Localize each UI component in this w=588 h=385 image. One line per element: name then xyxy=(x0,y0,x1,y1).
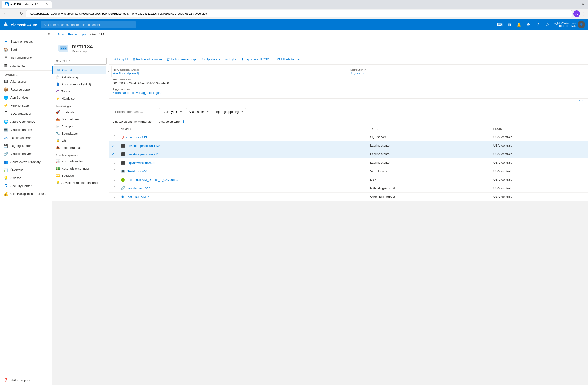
left-panel-item-quickstart[interactable]: 🚀 Snabbstart xyxy=(52,109,108,116)
export-csv-button[interactable]: ⬇ Exportera till CSV xyxy=(239,57,271,62)
window-minimize-button[interactable]: ─ xyxy=(563,1,569,8)
left-panel-search-input[interactable] xyxy=(54,58,107,64)
row-name-link[interactable]: Test-Linux-VM xyxy=(127,170,147,173)
row-checkbox[interactable] xyxy=(112,195,115,198)
row-name-link[interactable]: Test-Linux-VM_OsDisk_1_02f7aabf... xyxy=(127,178,178,182)
sidebar-item-dashboard[interactable]: ⊞ Instrumentpanel xyxy=(0,53,52,61)
sidebar-item-advisor[interactable]: 💡 Advisor xyxy=(0,174,52,182)
filter-grouping-select[interactable]: Ingen gruppering xyxy=(213,108,246,115)
left-panel-item-deployments[interactable]: 📤 Distributioner xyxy=(52,116,108,123)
sidebar-item-cosmos[interactable]: 🌐 Azure Cosmos DB xyxy=(0,118,52,125)
left-panel-item-export-template[interactable]: 📥 Exportera mall xyxy=(52,144,108,151)
sidebar-item-cost-management[interactable]: 💰 Cost Management + faktur... xyxy=(0,190,52,198)
sidebar-item-load-balancer[interactable]: ⚖ Lastbalanserare xyxy=(0,134,52,142)
cloud-shell-icon[interactable]: ⌨ xyxy=(496,21,504,28)
table-select-all-checkbox[interactable] xyxy=(112,127,115,130)
row-checkmark[interactable]: ✓ xyxy=(112,152,114,156)
browser-menu-button[interactable]: ⋮ xyxy=(581,11,586,17)
left-panel-item-activity-log[interactable]: 📋 Aktivitetslogg xyxy=(52,74,108,81)
sidebar-item-all-resources[interactable]: 🔲 Alla resurser xyxy=(0,77,52,85)
left-panel-item-policies[interactable]: 📋 Principer xyxy=(52,123,108,130)
row-checkbox[interactable] xyxy=(112,169,115,172)
user-avatar[interactable]: 👤 xyxy=(578,21,585,28)
edit-columns-button[interactable]: ⊞ Redigera kolumner xyxy=(130,57,164,62)
sidebar-item-monitor[interactable]: 📊 Övervaka xyxy=(0,166,52,174)
subscription-link[interactable]: YourSubscription xyxy=(113,72,136,75)
hidden-types-info-icon[interactable]: ℹ xyxy=(183,120,184,123)
window-close-button[interactable]: ✕ xyxy=(580,1,586,8)
filter-location-select[interactable]: Alla platser xyxy=(186,108,211,115)
azure-search-input[interactable] xyxy=(41,21,136,28)
left-panel-collapse-button[interactable]: « xyxy=(106,66,112,77)
notifications-icon[interactable]: 🔔 xyxy=(515,21,523,28)
assign-tags-button[interactable]: 🏷 Tilldela taggar xyxy=(275,57,302,62)
left-panel-item-cost-alerts[interactable]: 💵 Kostnadsaviseringar xyxy=(52,165,108,172)
sidebar-collapse-button[interactable]: « xyxy=(48,32,50,36)
refresh-button[interactable]: ↻ Uppdatera xyxy=(200,57,222,62)
add-button[interactable]: + Lägg till xyxy=(113,57,130,62)
sidebar-item-storage[interactable]: 💾 Lagringskonton xyxy=(0,142,52,150)
sidebar-item-resource-groups[interactable]: 📦 Resursgrupper xyxy=(0,85,52,93)
browser-tab[interactable]: test1134 – Microsoft Azure ✕ xyxy=(2,1,52,8)
left-panel-item-budgets[interactable]: 💳 Budgetar xyxy=(52,172,108,179)
nav-back-button[interactable]: ← xyxy=(2,10,8,17)
row-checkbox[interactable] xyxy=(112,178,115,181)
directory-icon[interactable]: ⊞ xyxy=(506,21,513,28)
left-panel-item-cost-analysis[interactable]: 📈 Kostnadsanalys xyxy=(52,158,108,165)
row-checkbox[interactable] xyxy=(112,186,115,189)
address-bar[interactable] xyxy=(26,10,572,17)
row-name-link[interactable]: Test-Linux-VM-ip xyxy=(126,195,149,199)
sidebar-item-home[interactable]: 🏠 Start xyxy=(0,45,52,53)
table-header-name-sort[interactable]: ↕ xyxy=(130,128,131,130)
sidebar-item-vnet[interactable]: 🔗 Virtuella nätverk xyxy=(0,150,52,158)
row-checkmark[interactable]: ✓ xyxy=(112,144,114,148)
settings-icon[interactable]: ⚙ xyxy=(525,21,532,28)
window-maximize-button[interactable]: □ xyxy=(571,1,578,8)
hidden-types-checkbox[interactable] xyxy=(153,120,157,123)
table-header-location-sort[interactable]: ↕ xyxy=(503,128,504,130)
aad-icon: 👥 xyxy=(4,160,8,164)
row-resource-icon: ⬛ xyxy=(121,161,125,165)
breadcrumb-home[interactable]: Start xyxy=(58,33,64,36)
left-panel-item-events[interactable]: ⚡ Händelser xyxy=(52,95,108,102)
row-checkbox[interactable] xyxy=(112,161,115,164)
left-panel-item-overview[interactable]: ⊞ Översikt xyxy=(52,66,108,74)
row-name-link[interactable]: cosmostest113 xyxy=(126,136,147,139)
sidebar-item-vms[interactable]: 💻 Virtuella datorer xyxy=(0,125,52,134)
collapse-info-button[interactable]: ⌃⌃ xyxy=(578,100,584,104)
sidebar-item-funktionsapp[interactable]: ⚡ Funktionsapp xyxy=(0,101,52,109)
left-panel-item-advisor-recs[interactable]: 💡 Advisor-rekommendationer xyxy=(52,179,108,186)
help-icon[interactable]: ? xyxy=(534,21,542,28)
left-panel-item-locks[interactable]: 🔒 Lås xyxy=(52,137,108,144)
feedback-icon[interactable]: ☺ xyxy=(544,21,551,28)
row-name-link[interactable]: sqlvaaw6hxka5wzsjs xyxy=(128,161,156,165)
sidebar-item-sql[interactable]: 🗄 SQL-databaser xyxy=(0,109,52,118)
browser-tab-close[interactable]: ✕ xyxy=(46,2,49,6)
filter-type-select[interactable]: Alla typer xyxy=(162,108,184,115)
sidebar-item-create[interactable]: + Skapa en resurs xyxy=(0,37,52,45)
nav-forward-button[interactable]: → xyxy=(10,10,17,17)
tags-value[interactable]: Klicka här om du vill lägga till taggar xyxy=(113,91,162,95)
copy-subscription-icon[interactable]: ⎘ xyxy=(137,72,139,75)
breadcrumb-resource-groups[interactable]: Resursgrupper xyxy=(68,33,88,36)
left-panel-item-iam[interactable]: 👤 Åtkomstkontroll (IAM) xyxy=(52,81,108,88)
browser-new-tab-button[interactable]: + xyxy=(53,1,59,8)
delete-resource-group-button[interactable]: 🗑 Ta bort resursgrupp xyxy=(165,57,199,62)
browser-profile-icon[interactable]: A xyxy=(573,10,580,17)
distributions-value[interactable]: 3 lyckades xyxy=(350,72,365,75)
row-name-link[interactable]: devstorageaccount1134 xyxy=(128,144,161,148)
left-panel-item-tags[interactable]: 🏷 Taggar xyxy=(52,88,108,95)
filter-name-input[interactable] xyxy=(113,108,160,115)
row-name-link[interactable]: devstorageaccount2113 xyxy=(128,153,161,156)
sidebar-item-all-services[interactable]: ☰ Alla tjänster xyxy=(0,61,52,70)
row-checkbox[interactable] xyxy=(112,135,115,138)
sidebar-item-app-services[interactable]: 🌐 App Services xyxy=(0,93,52,101)
nav-refresh-button[interactable]: ↻ xyxy=(18,10,25,17)
row-name-link[interactable]: test-linux-vm330 xyxy=(128,187,150,190)
sidebar-item-security[interactable]: 🛡 Security Center xyxy=(0,182,52,190)
table-header-type-sort[interactable]: ↕ xyxy=(377,128,378,130)
sidebar-item-aad[interactable]: 👥 Azure Active Directory xyxy=(0,158,52,166)
left-panel-item-properties[interactable]: 🔧 Egenskaper xyxy=(52,130,108,137)
sidebar-item-help[interactable]: ❓ Hjälp + support xyxy=(0,376,35,384)
move-button[interactable]: → Flytta xyxy=(223,57,238,62)
